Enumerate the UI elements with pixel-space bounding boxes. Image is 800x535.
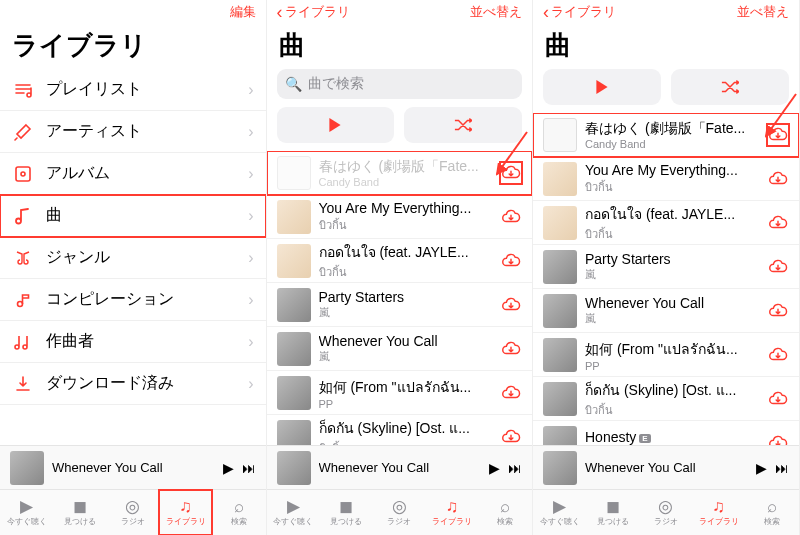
song-artist: บิวกิ้น bbox=[319, 216, 493, 234]
library-item-album[interactable]: アルバム› bbox=[0, 153, 266, 195]
download-icon[interactable] bbox=[767, 124, 789, 146]
tab-icon: ▶ bbox=[287, 498, 300, 515]
tab-見つける[interactable]: ◼見つける bbox=[320, 490, 373, 535]
edit-button[interactable]: 編集 bbox=[230, 3, 256, 21]
tab-ライブラリ[interactable]: ♫ライブラリ bbox=[692, 490, 745, 535]
song-title: 春はゆく (劇場版「Fate... bbox=[319, 158, 493, 176]
tab-icon: ♫ bbox=[179, 498, 192, 515]
play-all-button[interactable] bbox=[543, 69, 661, 105]
now-playing-title: Whenever You Call bbox=[585, 460, 748, 475]
song-row[interactable]: HonestyEPink Sweat$ bbox=[533, 421, 799, 445]
tab-label: ライブラリ bbox=[699, 516, 739, 527]
download-icon[interactable] bbox=[500, 250, 522, 272]
tab-見つける[interactable]: ◼見つける bbox=[53, 490, 106, 535]
tab-label: ライブラリ bbox=[166, 516, 206, 527]
album-art bbox=[277, 288, 311, 322]
song-artist: 嵐 bbox=[585, 311, 759, 326]
album-art bbox=[543, 118, 577, 152]
song-row[interactable]: ก็ดกัน (Skyline) [Ost. แ...บิวกิ้น bbox=[533, 377, 799, 421]
sort-button[interactable]: 並べ替え bbox=[737, 3, 789, 21]
song-row[interactable]: Whenever You Call嵐 bbox=[533, 289, 799, 333]
album-art bbox=[277, 332, 311, 366]
download-icon[interactable] bbox=[500, 338, 522, 360]
tab-label: 検索 bbox=[764, 516, 780, 527]
library-item-comp[interactable]: コンピレーション› bbox=[0, 279, 266, 321]
song-row[interactable]: 春はゆく (劇場版「Fate...Candy Band bbox=[267, 151, 533, 195]
song-row[interactable]: กอดในใจ (feat. JAYLE...บิวกิ้น bbox=[267, 239, 533, 283]
tab-今すぐ聴く[interactable]: ▶今すぐ聴く bbox=[533, 490, 586, 535]
album-art bbox=[277, 156, 311, 190]
tab-検索[interactable]: ⌕検索 bbox=[745, 490, 798, 535]
download-icon[interactable] bbox=[767, 212, 789, 234]
tab-今すぐ聴く[interactable]: ▶今すぐ聴く bbox=[267, 490, 320, 535]
download-icon[interactable] bbox=[767, 256, 789, 278]
download-icon[interactable] bbox=[767, 388, 789, 410]
forward-icon[interactable]: ⏭ bbox=[242, 460, 256, 476]
download-icon[interactable] bbox=[500, 206, 522, 228]
download-icon[interactable] bbox=[500, 382, 522, 404]
search-placeholder: 曲で検索 bbox=[308, 75, 364, 93]
songs-list: 春はゆく (劇場版「Fate...Candy BandYou Are My Ev… bbox=[267, 151, 533, 445]
play-icon[interactable]: ▶ bbox=[489, 460, 500, 476]
song-title: 如何 (From "แปลรักฉัน... bbox=[319, 376, 493, 398]
tab-ライブラリ[interactable]: ♫ライブラリ bbox=[426, 490, 479, 535]
song-row[interactable]: ก็ดกัน (Skyline) [Ost. แ...บิวกิ้น bbox=[267, 415, 533, 445]
tab-ラジオ[interactable]: ◎ラジオ bbox=[106, 490, 159, 535]
song-row[interactable]: You Are My Everything...บิวกิ้น bbox=[533, 157, 799, 201]
back-button[interactable]: ‹ライブラリ bbox=[543, 3, 616, 21]
forward-icon[interactable]: ⏭ bbox=[508, 460, 522, 476]
search-input[interactable]: 🔍 曲で検索 bbox=[277, 69, 523, 99]
song-row[interactable]: 如何 (From "แปลรักฉัน...PP bbox=[533, 333, 799, 377]
library-item-note[interactable]: 曲› bbox=[0, 195, 266, 237]
song-artist: PP bbox=[585, 360, 759, 372]
tab-ラジオ[interactable]: ◎ラジオ bbox=[639, 490, 692, 535]
song-row[interactable]: Party Starters嵐 bbox=[267, 283, 533, 327]
sort-button[interactable]: 並べ替え bbox=[470, 3, 522, 21]
chevron-right-icon: › bbox=[248, 375, 253, 393]
tab-見つける[interactable]: ◼見つける bbox=[586, 490, 639, 535]
forward-icon[interactable]: ⏭ bbox=[775, 460, 789, 476]
tab-ライブラリ[interactable]: ♫ライブラリ bbox=[159, 490, 212, 535]
download-icon[interactable] bbox=[500, 426, 522, 446]
tab-今すぐ聴く[interactable]: ▶今すぐ聴く bbox=[0, 490, 53, 535]
library-item-mic[interactable]: アーティスト› bbox=[0, 111, 266, 153]
tab-label: ラジオ bbox=[121, 516, 145, 527]
tab-検索[interactable]: ⌕検索 bbox=[479, 490, 532, 535]
search-icon: 🔍 bbox=[285, 76, 302, 92]
composer-icon bbox=[12, 332, 34, 352]
back-button[interactable]: ‹ライブラリ bbox=[277, 3, 350, 21]
download-icon[interactable] bbox=[500, 294, 522, 316]
song-meta: Party Starters嵐 bbox=[319, 289, 493, 320]
now-playing-bar[interactable]: Whenever You Call ▶ ⏭ bbox=[533, 445, 799, 489]
song-artist: บิวกิ้น bbox=[585, 178, 759, 196]
tab-ラジオ[interactable]: ◎ラジオ bbox=[373, 490, 426, 535]
now-playing-bar[interactable]: Whenever You Call ▶ ⏭ bbox=[0, 445, 266, 489]
play-all-button[interactable] bbox=[277, 107, 395, 143]
shuffle-button[interactable] bbox=[404, 107, 522, 143]
library-item-composer[interactable]: 作曲者› bbox=[0, 321, 266, 363]
tab-検索[interactable]: ⌕検索 bbox=[212, 490, 265, 535]
download-icon[interactable] bbox=[767, 300, 789, 322]
download-icon[interactable] bbox=[767, 344, 789, 366]
library-item-playlist[interactable]: プレイリスト› bbox=[0, 69, 266, 111]
library-item-genre[interactable]: ジャンル› bbox=[0, 237, 266, 279]
download-icon[interactable] bbox=[767, 432, 789, 446]
song-meta: 春はゆく (劇場版「Fate...Candy Band bbox=[319, 158, 493, 188]
shuffle-button[interactable] bbox=[671, 69, 789, 105]
song-row[interactable]: กอดในใจ (feat. JAYLE...บิวกิ้น bbox=[533, 201, 799, 245]
song-row[interactable]: You Are My Everything...บิวกิ้น bbox=[267, 195, 533, 239]
download-icon[interactable] bbox=[767, 168, 789, 190]
tab-label: 今すぐ聴く bbox=[540, 516, 580, 527]
song-row[interactable]: 春はゆく (劇場版「Fate...Candy Band bbox=[533, 113, 799, 157]
now-playing-bar[interactable]: Whenever You Call ▶ ⏭ bbox=[267, 445, 533, 489]
song-row[interactable]: Party Starters嵐 bbox=[533, 245, 799, 289]
album-art bbox=[277, 244, 311, 278]
song-artist: บิวกิ้น bbox=[585, 401, 759, 419]
play-icon[interactable]: ▶ bbox=[756, 460, 767, 476]
song-row[interactable]: Whenever You Call嵐 bbox=[267, 327, 533, 371]
song-row[interactable]: 如何 (From "แปลรักฉัน...PP bbox=[267, 371, 533, 415]
download-icon[interactable] bbox=[500, 162, 522, 184]
play-icon[interactable]: ▶ bbox=[223, 460, 234, 476]
album-art bbox=[277, 420, 311, 446]
library-item-dl[interactable]: ダウンロード済み› bbox=[0, 363, 266, 405]
